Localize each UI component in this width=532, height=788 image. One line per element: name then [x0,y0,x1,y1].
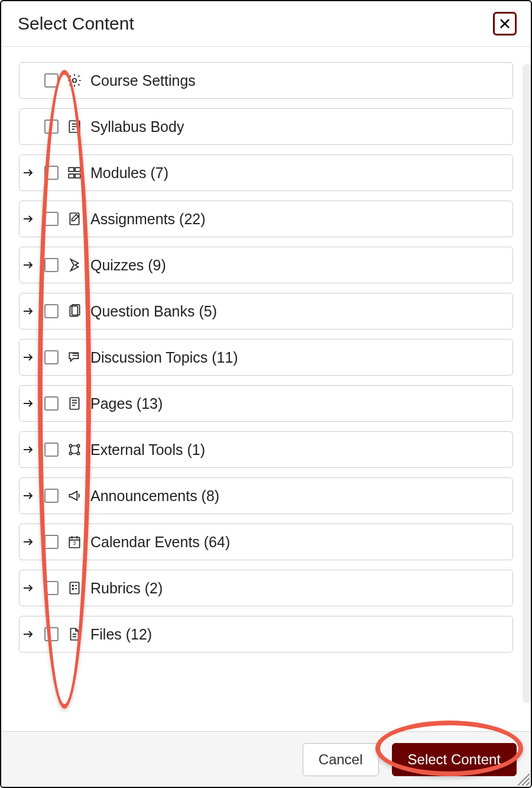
content-item: Calendar Events (64) [19,524,513,560]
expand-toggle[interactable] [20,489,37,502]
content-checkbox[interactable] [44,73,59,88]
content-checkbox[interactable] [44,212,59,226]
content-item: Announcements (8) [19,477,513,514]
expand-toggle[interactable] [20,582,37,595]
dialog-title: Select Content [18,14,134,34]
dialog-header: Select Content [1,1,531,47]
expand-toggle[interactable] [20,443,37,456]
content-item: Discussion Topics (11) [19,339,513,376]
discussion-icon [66,350,83,365]
resize-handle[interactable] [514,770,530,786]
content-item-label: Question Banks (5) [90,303,217,320]
expand-toggle[interactable] [20,305,37,318]
content-item: Files (12) [19,616,513,653]
expand-toggle[interactable] [20,628,37,641]
svg-line-14 [522,778,530,786]
arrow-right-icon [22,305,35,318]
content-item: Pages (13) [19,385,513,422]
content-checkbox[interactable] [44,166,59,180]
modules-icon [66,165,83,180]
announcement-icon [66,488,83,503]
calendar-icon [66,534,83,550]
expand-toggle[interactable] [20,212,37,225]
arrow-right-icon [22,351,35,364]
arrow-right-icon [22,628,35,641]
content-checkbox[interactable] [44,489,59,503]
gear-icon [66,73,83,88]
dialog-footer: Cancel Select Content [1,731,531,787]
arrow-right-icon [22,212,35,225]
content-checkbox[interactable] [44,581,59,595]
content-item: Quizzes (9) [19,247,513,283]
content-item-label: Assignments (22) [90,211,206,228]
scrollbar[interactable] [523,64,531,703]
expand-toggle[interactable] [20,351,37,364]
syllabus-icon [66,119,83,134]
content-item: Assignments (22) [19,201,513,237]
content-item-label: Syllabus Body [90,118,184,135]
expand-toggle[interactable] [20,535,37,548]
cancel-button[interactable]: Cancel [303,743,379,776]
content-item-label: Rubrics (2) [90,580,163,597]
content-item: Question Banks (5) [19,293,513,330]
content-checkbox[interactable] [44,443,59,457]
assignment-icon [66,211,83,227]
file-icon [66,626,83,642]
content-checkbox[interactable] [44,304,59,318]
close-icon [499,18,511,30]
content-item: External Tools (1) [19,431,513,468]
arrow-right-icon [22,582,35,595]
content-checkbox[interactable] [44,627,59,641]
select-content-button[interactable]: Select Content [392,743,517,776]
content-item-label: External Tools (1) [90,441,205,458]
content-item: Course Settings [19,62,513,99]
arrow-right-icon [22,535,35,548]
content-list: Course SettingsSyllabus BodyModules (7)A… [19,62,513,653]
svg-line-15 [526,782,530,786]
expand-toggle[interactable] [20,166,37,179]
dialog-body: Course SettingsSyllabus BodyModules (7)A… [1,47,531,697]
content-checkbox[interactable] [44,396,59,411]
external-icon [66,442,83,457]
content-item: Modules (7) [19,154,513,191]
content-item-label: Discussion Topics (11) [90,349,238,366]
content-checkbox[interactable] [44,350,59,364]
arrow-right-icon [22,443,35,456]
content-item-label: Modules (7) [90,164,168,182]
questionbank-icon [66,303,83,319]
page-icon [66,396,83,411]
expand-toggle[interactable] [20,397,37,410]
arrow-right-icon [22,489,35,502]
content-item-label: Files (12) [90,626,152,643]
content-item: Syllabus Body [19,108,513,145]
rubric-icon [66,580,83,596]
arrow-right-icon [22,166,35,179]
content-item-label: Announcements (8) [90,487,219,505]
close-button[interactable] [493,12,517,35]
content-item-label: Quizzes (9) [90,257,166,274]
content-item-label: Pages (13) [90,395,163,412]
content-item-label: Course Settings [90,72,196,89]
content-checkbox[interactable] [44,120,59,134]
arrow-right-icon [22,259,35,272]
content-item: Rubrics (2) [19,570,513,606]
content-item-label: Calendar Events (64) [90,534,230,551]
quiz-icon [66,257,83,273]
content-checkbox[interactable] [44,535,59,549]
content-checkbox[interactable] [44,258,59,272]
expand-toggle[interactable] [20,259,37,272]
arrow-right-icon [22,397,35,410]
